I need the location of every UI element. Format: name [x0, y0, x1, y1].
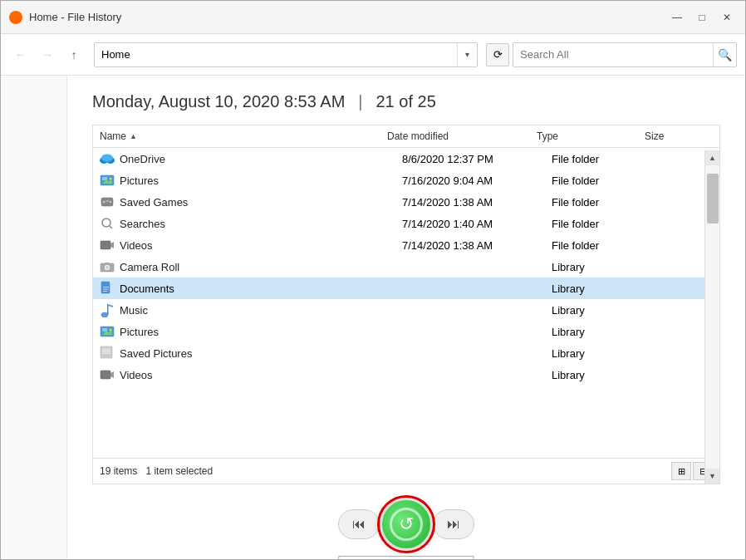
- svg-rect-16: [101, 241, 110, 249]
- main-area: Monday, August 10, 2020 8:53 AM | 21 of …: [1, 76, 745, 559]
- forward-button[interactable]: →: [36, 43, 59, 66]
- prev-icon: ⏮: [352, 517, 366, 532]
- details-view-btn[interactable]: ⊞: [671, 462, 691, 480]
- table-row[interactable]: Videos Library: [93, 364, 719, 386]
- window: Home - File History — □ ✕ ← → ↑ ▾ ⟳ 🔍: [0, 0, 746, 560]
- prev-button[interactable]: ⏮: [338, 509, 380, 539]
- svg-rect-24: [103, 289, 109, 290]
- next-button[interactable]: ⏭: [433, 509, 474, 539]
- file-name: Pictures: [120, 174, 159, 187]
- file-name-cell: Saved Games: [93, 193, 395, 211]
- file-type: File folder: [545, 238, 653, 253]
- app-icon: [7, 9, 24, 26]
- file-icon: [100, 194, 115, 209]
- file-list-container: Name ▲ Date modified Type Size OneDrive …: [92, 125, 720, 484]
- file-type: Library: [545, 367, 653, 383]
- table-row[interactable]: Camera Roll Library: [93, 256, 719, 278]
- svg-point-2: [14, 16, 17, 19]
- restore-icon: ↺: [399, 513, 414, 535]
- scrollbar-track: ▲ ▼: [704, 150, 719, 484]
- file-type: Library: [545, 324, 653, 340]
- table-row[interactable]: OneDrive 8/6/2020 12:37 PM File folder: [93, 148, 719, 169]
- file-icon: [100, 151, 115, 166]
- file-name-cell: Searches: [93, 214, 395, 233]
- file-icon: [100, 281, 115, 296]
- file-name-cell: Pictures: [93, 322, 395, 341]
- file-date: 7/14/2020 1:40 AM: [395, 216, 545, 232]
- next-icon: ⏭: [447, 517, 460, 532]
- svg-rect-23: [103, 287, 109, 287]
- close-button[interactable]: ✕: [715, 6, 739, 29]
- table-row[interactable]: Pictures Library: [93, 321, 719, 342]
- table-row[interactable]: Music Library: [93, 299, 719, 321]
- date-text: Monday, August 10, 2020 8:53 AM: [92, 92, 345, 111]
- file-name-cell: Saved Pictures: [93, 344, 395, 362]
- scrollbar-thumb[interactable]: [707, 174, 719, 224]
- svg-point-13: [103, 201, 105, 203]
- table-row[interactable]: Documents Library: [93, 278, 719, 299]
- svg-point-12: [110, 201, 111, 203]
- svg-point-9: [110, 178, 112, 180]
- col-type: Type: [530, 125, 638, 147]
- file-name: Pictures: [120, 326, 159, 338]
- svg-point-26: [101, 312, 108, 317]
- address-dropdown-btn[interactable]: ▾: [457, 43, 477, 66]
- up-button[interactable]: ↑: [62, 43, 86, 66]
- svg-line-15: [110, 226, 112, 228]
- window-controls: — □ ✕: [665, 6, 739, 29]
- restore-button-wrapper: ↺ Restore to original location.: [380, 498, 433, 551]
- restore-tooltip: Restore to original location.: [338, 556, 474, 559]
- file-date: [395, 330, 545, 333]
- scrollbar-down-button[interactable]: ▼: [705, 469, 720, 484]
- svg-rect-27: [107, 304, 109, 315]
- address-bar[interactable]: ▾: [94, 42, 478, 67]
- nav-controls: ⏮ ↺ Restore to original location. ⏭: [338, 498, 474, 551]
- file-icon: [100, 324, 115, 339]
- file-name-cell: Music: [93, 301, 395, 319]
- file-type: Library: [545, 302, 653, 318]
- file-icon: [100, 238, 115, 253]
- svg-rect-21: [105, 263, 110, 265]
- file-date: 7/14/2020 1:38 AM: [395, 194, 545, 210]
- search-button[interactable]: 🔍: [713, 43, 736, 66]
- file-name-cell: Camera Roll: [93, 258, 395, 276]
- status-bar: 19 items 1 item selected ⊞ ⊟: [93, 458, 719, 484]
- window-title: Home - File History: [29, 11, 665, 23]
- bottom-controls: ⏮ ↺ Restore to original location. ⏭: [92, 484, 720, 559]
- table-row[interactable]: Pictures 7/16/2020 9:04 AM File folder: [93, 169, 719, 191]
- file-date: [395, 265, 545, 268]
- status-text: 19 items 1 item selected: [100, 465, 213, 477]
- file-name: Videos: [120, 369, 153, 381]
- file-icon: [100, 302, 115, 317]
- file-date: [395, 373, 545, 376]
- minimize-button[interactable]: —: [665, 6, 689, 29]
- file-type: Library: [545, 281, 653, 297]
- file-list: OneDrive 8/6/2020 12:37 PM File folder P…: [93, 148, 719, 458]
- restore-button[interactable]: ↺: [380, 498, 433, 551]
- scrollbar-thumb-area: [705, 165, 719, 469]
- table-row[interactable]: Saved Pictures Library: [93, 342, 719, 364]
- col-scroll-spacer: [704, 125, 719, 147]
- file-type: Library: [545, 259, 653, 275]
- date-separator: |: [358, 92, 362, 111]
- scrollbar-up-button[interactable]: ▲: [705, 150, 720, 165]
- search-input[interactable]: [513, 43, 713, 66]
- file-name: Documents: [120, 282, 174, 295]
- refresh-button[interactable]: ⟳: [486, 43, 509, 66]
- table-row[interactable]: Saved Games 7/14/2020 1:38 AM File folde…: [93, 191, 719, 213]
- table-row[interactable]: Searches 7/14/2020 1:40 AM File folder: [93, 213, 719, 234]
- maximize-button[interactable]: □: [690, 6, 714, 29]
- restore-btn-inner: ↺: [390, 508, 423, 541]
- file-name: Saved Games: [120, 196, 188, 209]
- svg-point-14: [102, 219, 110, 227]
- file-date: 8/6/2020 12:37 PM: [395, 151, 545, 167]
- back-button[interactable]: ←: [9, 43, 32, 66]
- file-name: Searches: [120, 218, 165, 230]
- file-name-cell: Pictures: [93, 171, 395, 189]
- col-name: Name ▲: [93, 125, 380, 147]
- col-size: Size: [638, 125, 704, 147]
- file-type: Library: [545, 346, 653, 361]
- table-row[interactable]: Videos 7/14/2020 1:38 AM File folder: [93, 234, 719, 256]
- address-input[interactable]: [95, 43, 457, 66]
- file-icon: [100, 216, 115, 231]
